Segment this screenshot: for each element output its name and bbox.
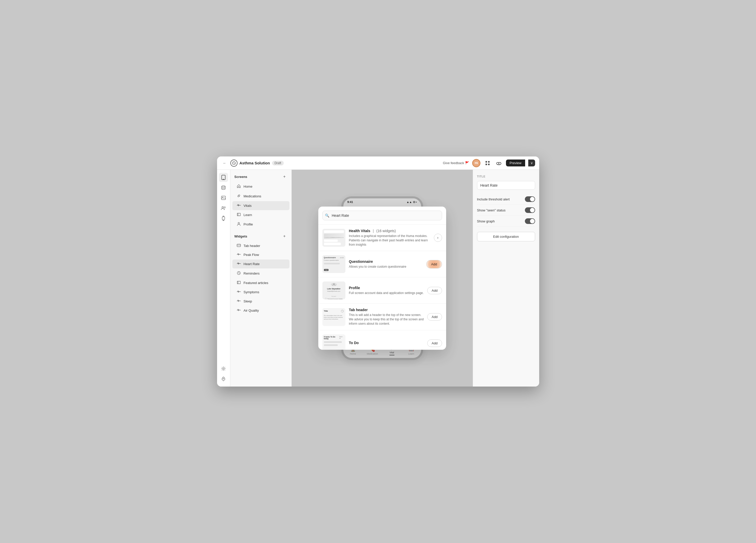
toggle-seen[interactable] <box>525 207 535 213</box>
modal-item-questionnaire: Questionnaire 10:00 Custom questionnaire… <box>318 251 446 277</box>
peakflow-icon <box>236 253 241 257</box>
profile-add-button[interactable]: Add <box>427 287 442 294</box>
screens-add-button[interactable]: + <box>282 174 287 179</box>
give-feedback-button[interactable]: Give feedback 🚩 <box>443 161 469 165</box>
sidebar-vitals-label: Vitals <box>244 204 280 208</box>
sidebar-item-sleep[interactable]: Sleep ··· <box>232 297 289 306</box>
app-title: Asthma Solution <box>240 161 270 165</box>
tabheader-add-button[interactable]: Add <box>427 313 442 321</box>
sleep-icon <box>236 299 241 303</box>
questionnaire-thumb: Questionnaire 10:00 Custom questionnaire… <box>322 255 345 273</box>
sidebar-item-reminders[interactable]: Reminders ··· <box>232 269 289 278</box>
svg-point-23 <box>223 378 224 379</box>
app-window: ← Asthma Solution Draft Give feedback 🚩 … <box>217 156 539 387</box>
home-icon <box>236 184 241 189</box>
right-panel: Title Include threshold alert Show "seen… <box>473 170 539 387</box>
top-bar: ← Asthma Solution Draft Give feedback 🚩 … <box>217 156 539 170</box>
sidebar-profile-label: Profile <box>244 222 280 226</box>
icon-rail <box>217 170 230 387</box>
sidebar-heartrate-label: Heart Rate <box>244 262 280 266</box>
heartrate-icon <box>236 262 241 266</box>
modal-item-todo: 5 tasks To Do today Show all To Do <box>318 330 446 350</box>
toggle-graph[interactable] <box>525 218 535 224</box>
profile-body: Profile Full screen account data and app… <box>349 286 424 295</box>
title-input[interactable] <box>477 181 535 190</box>
rail-icon-users[interactable] <box>219 203 228 213</box>
sidebar-item-articles[interactable]: Featured articles ··· <box>232 278 289 287</box>
svg-point-10 <box>222 186 225 187</box>
svg-point-33 <box>325 298 326 300</box>
preview-caret-button[interactable]: ∨ <box>528 160 535 166</box>
todo-add-button[interactable]: Add <box>427 340 442 347</box>
profile-title: Profile <box>349 286 424 290</box>
modal-item-health-vitals: Health Vitals | (16 widgets) Includes a … <box>318 225 446 251</box>
svg-rect-3 <box>486 164 487 165</box>
sidebar-item-airquality[interactable]: Air Quality ··· <box>232 306 289 315</box>
modal-item-tabheader: Title Put a description here to let user… <box>318 304 446 330</box>
sidebar-item-peakflow[interactable]: Peak Flow ··· <box>232 250 289 259</box>
sidebar-item-profile[interactable]: Profile ··· <box>232 220 289 229</box>
user-avatar[interactable]: Hi <box>472 159 480 167</box>
sidebar-learn-label: Learn <box>244 213 280 217</box>
sidebar-item-home[interactable]: Home ··· <box>232 182 289 191</box>
health-vitals-chevron-button[interactable]: › <box>434 234 442 242</box>
rail-icon-rocket[interactable] <box>219 374 228 383</box>
medications-icon <box>236 194 241 199</box>
widgets-section-title: Widgets <box>234 234 247 238</box>
questionnaire-body: Questionnaire Allows you to create custo… <box>349 259 423 269</box>
toggle-row-seen: Show "seen" status <box>477 205 535 216</box>
learn-icon <box>236 213 241 217</box>
widgets-add-button[interactable]: + <box>282 233 287 239</box>
modal-item-profile: Luke Skywalker thejedi@email.com Account… <box>318 277 446 304</box>
search-input[interactable] <box>322 211 442 220</box>
svg-point-13 <box>222 207 223 208</box>
toggle-threshold[interactable] <box>525 196 535 202</box>
back-arrow[interactable]: ← <box>221 160 228 167</box>
screens-section-title: Screens <box>234 175 247 179</box>
preview-button[interactable]: Preview <box>506 160 525 166</box>
health-vitals-desc: Includes a graphical representation of t… <box>349 234 430 247</box>
modal-search-wrapper: 🔍 <box>322 211 442 220</box>
sidebar-item-learn[interactable]: Learn ··· <box>232 210 289 219</box>
profile-icon <box>236 222 241 227</box>
sidebar-airquality-label: Air Quality <box>244 309 280 312</box>
screens-section-header: Screens + <box>230 170 291 182</box>
rail-icon-watch[interactable] <box>219 214 228 223</box>
rail-icon-image[interactable] <box>219 193 228 202</box>
top-bar-left: ← Asthma Solution Draft <box>221 160 440 167</box>
tabheader-thumb: Title Put a description here to let user… <box>322 308 345 326</box>
questionnaire-desc: Allows you to create custom questionnair… <box>349 265 423 269</box>
toggle-graph-label: Show graph <box>477 219 495 223</box>
rail-icon-database[interactable] <box>219 183 228 192</box>
sidebar-peakflow-label: Peak Flow <box>244 253 280 257</box>
questionnaire-add-button[interactable]: Add <box>426 260 442 268</box>
questionnaire-title: Questionnaire <box>349 259 423 264</box>
logo-icon <box>230 160 238 167</box>
svg-rect-2 <box>488 161 490 163</box>
symptoms-icon <box>236 290 241 294</box>
main-layout: Screens + Home ··· Medications ··· <box>217 170 539 387</box>
sidebar-item-vitals[interactable]: Vitals ··· <box>232 201 289 210</box>
top-bar-right: Give feedback 🚩 Hi Preview <box>443 159 535 167</box>
sidebar-item-medications[interactable]: Medications ··· <box>232 191 289 201</box>
sidebar-item-tabheader[interactable]: Tab header ··· <box>232 241 289 250</box>
modal-overlay[interactable]: 🔍 <box>292 170 473 387</box>
grid-icon[interactable] <box>483 159 492 167</box>
toggle-threshold-label: Include threshold alert <box>477 197 510 201</box>
flag-icon: 🚩 <box>465 161 469 165</box>
svg-rect-15 <box>222 217 225 220</box>
toggle-seen-label: Show "seen" status <box>477 208 506 212</box>
modal-list: Health Vitals | (16 widgets) Includes a … <box>318 225 446 350</box>
widget-modal: 🔍 <box>318 207 446 350</box>
sidebar-item-heartrate[interactable]: Heart Rate ··· <box>232 259 289 268</box>
cloud-icon[interactable] <box>495 159 503 167</box>
rail-icon-phone[interactable] <box>219 173 228 182</box>
toggle-row-graph: Show graph <box>477 216 535 227</box>
articles-icon <box>236 281 241 285</box>
rail-icon-settings[interactable] <box>219 364 228 373</box>
todo-action: Add <box>427 340 442 347</box>
edit-config-button[interactable]: Edit configuration <box>477 232 535 241</box>
sidebar-item-symptoms[interactable]: Symptoms ··· <box>232 288 289 297</box>
sidebar-symptoms-label: Symptoms <box>244 290 280 294</box>
svg-rect-4 <box>488 164 490 165</box>
